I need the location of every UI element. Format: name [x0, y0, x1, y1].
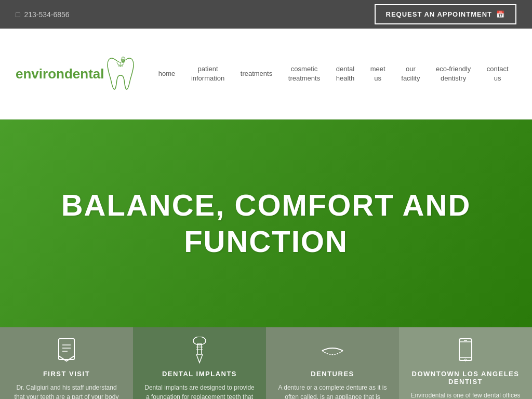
nav-item-treatments[interactable]: treatments	[235, 65, 277, 83]
implant-icon	[187, 338, 212, 364]
request-appointment-button[interactable]: REQUEST AN APPOINTMENT 📅	[375, 4, 517, 24]
topbar: □ 213-534-6856 REQUEST AN APPOINTMENT 📅	[0, 0, 532, 29]
card-dental-implants-text: Dental implants are designed to provide …	[143, 383, 256, 399]
card-dental-implants[interactable]: DENTAL IMPLANTS Dental implants are desi…	[133, 327, 266, 399]
nav-item-eco-friendly[interactable]: eco-friendlydentistry	[431, 60, 476, 87]
bookmark-icon	[54, 338, 79, 364]
card-downtown-la-text: Envirodental is one of few dental office…	[409, 391, 522, 399]
calendar-icon: 📅	[496, 10, 505, 18]
card-dentures[interactable]: DENTURES A denture or a complete denture…	[266, 327, 399, 399]
nav-item-meet-us[interactable]: meetus	[365, 60, 391, 87]
hero-section: BALANCE, COMFORT AND FUNCTION	[0, 119, 532, 327]
card-downtown-la[interactable]: DOWNTOWN LOS ANGELES DENTIST Envirodenta…	[399, 327, 532, 399]
phone-number: □ 213-534-6856	[16, 10, 70, 19]
denture-icon	[320, 338, 345, 364]
card-first-visit[interactable]: FIRST VISIT Dr. Caligiuri and his staff …	[0, 327, 133, 399]
navbar: environdental home patientinformation tr…	[0, 29, 532, 119]
phone-icon: □	[16, 10, 20, 19]
logo[interactable]: environdental	[16, 56, 135, 92]
card-first-visit-text: Dr. Caligiuri and his staff understand t…	[10, 383, 123, 399]
nav-item-contact-us[interactable]: contactus	[482, 60, 514, 87]
hero-title: BALANCE, COMFORT AND FUNCTION	[61, 187, 471, 259]
logo-text: environdental	[16, 66, 104, 82]
nav-links: home patientinformation treatments cosme…	[151, 60, 517, 87]
nav-item-dental-health[interactable]: dentalhealth	[331, 60, 360, 87]
card-dentures-title: DENTURES	[311, 370, 354, 378]
card-dentures-text: A denture or a complete denture as it is…	[276, 383, 389, 399]
logo-tooth-icon	[107, 56, 135, 92]
nav-item-cosmetic-treatments[interactable]: cosmetictreatments	[283, 60, 325, 87]
feature-cards: FIRST VISIT Dr. Caligiuri and his staff …	[0, 327, 532, 399]
svg-point-0	[121, 56, 126, 63]
svg-rect-6	[197, 344, 202, 354]
svg-rect-1	[59, 339, 74, 360]
nav-item-our-facility[interactable]: ourfacility	[396, 60, 425, 87]
mobile-icon	[453, 338, 478, 364]
nav-item-home[interactable]: home	[153, 65, 181, 83]
card-downtown-la-title: DOWNTOWN LOS ANGELES DENTIST	[409, 370, 522, 385]
card-first-visit-title: FIRST VISIT	[43, 370, 90, 378]
card-dental-implants-title: DENTAL IMPLANTS	[162, 370, 237, 378]
nav-item-patient-information[interactable]: patientinformation	[186, 60, 230, 87]
